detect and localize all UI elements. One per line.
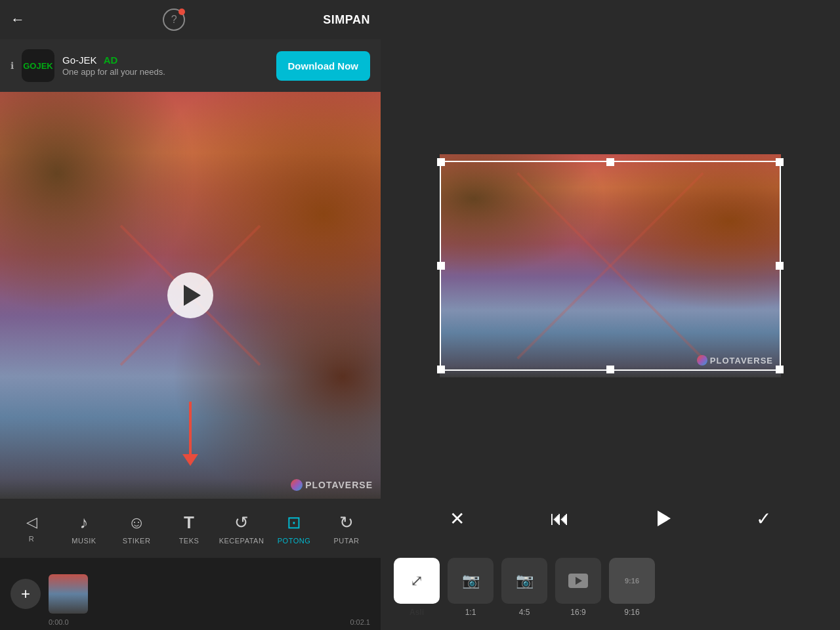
ad-subtitle: One app for all your needs. (62, 67, 268, 77)
speed-icon: ↺ (234, 513, 249, 533)
crop-image-container[interactable]: PLOTAVERSE (440, 154, 781, 377)
back-button[interactable]: ← (10, 11, 25, 28)
crop-icon: ⊡ (287, 513, 301, 533)
play-button[interactable] (167, 272, 213, 318)
tool-teks-label: TEKS (179, 537, 200, 545)
ad-title: Go-JEK AD (62, 54, 268, 66)
tool-r-label: R (29, 535, 34, 543)
toolbar: ◁ R ♪ MUSIK ☺ STIKER T TEKS ↺ KECEPATAN … (0, 499, 381, 558)
header-center: ? (163, 9, 185, 31)
crop-plota-icon (697, 355, 707, 366)
crop-plotaverse-watermark: PLOTAVERSE (697, 355, 773, 366)
tool-musik-label: MUSIK (72, 537, 96, 545)
aspect-asli-box: ⤢ (394, 558, 440, 604)
timeline: + 0:00.0 0:02.1 (0, 558, 381, 630)
aspect-4-5-box: 📷 (501, 558, 547, 604)
close-icon: ✕ (450, 508, 465, 530)
timeline-clip[interactable] (49, 574, 88, 614)
aspect-4-5-label: 4:5 (519, 608, 530, 617)
download-button[interactable]: Download Now (276, 51, 371, 81)
timeline-track[interactable]: 0:00.0 0:02.1 (49, 571, 370, 617)
ad-info-icon[interactable]: ℹ (10, 60, 14, 71)
tool-potong-label: POTONG (278, 537, 310, 545)
aspect-9-16-box: 9:16 (609, 558, 655, 604)
plota-logo-icon (291, 479, 303, 491)
tool-putar[interactable]: ↻ PUTAR (320, 513, 373, 545)
add-icon: + (21, 585, 30, 603)
rotate-icon: ↻ (339, 513, 354, 533)
tool-stiker[interactable]: ☺ STIKER (110, 513, 163, 545)
aspect-16-9-box (555, 558, 601, 604)
left-panel: ← ? SIMPAN ℹ GOJEK Go-JEK AD One app for… (0, 0, 381, 630)
add-clip-button[interactable]: + (10, 579, 41, 609)
app-header: ← ? SIMPAN (0, 0, 381, 39)
ad-label: AD (104, 54, 118, 66)
notification-dot (178, 9, 185, 15)
aspect-9-16-label: 9:16 (624, 608, 639, 617)
skip-back-button[interactable]: ⏮ (550, 507, 570, 530)
timestamp-end: 0:02.1 (350, 618, 370, 626)
right-panel: PLOTAVERSE ✕ ⏮ (381, 0, 840, 630)
video-player[interactable]: PLOTAVERSE (0, 92, 381, 499)
instagram-icon-2: 📷 (516, 572, 534, 589)
aspect-16-9[interactable]: 16:9 (555, 558, 601, 617)
tool-r-icon: ◁ (26, 514, 37, 531)
help-button[interactable]: ? (163, 9, 185, 31)
help-icon: ? (171, 14, 177, 26)
ad-logo: GOJEK (22, 49, 54, 82)
close-crop-button[interactable]: ✕ (450, 508, 465, 530)
red-arrow-line (189, 402, 192, 454)
aspect-16-9-label: 16:9 (570, 608, 585, 617)
aspect-asli-label: Asli (410, 608, 424, 617)
red-arrow-head (182, 454, 198, 466)
aspect-asli[interactable]: ⤢ Asli (394, 558, 440, 617)
play-icon-ctrl (658, 511, 671, 526)
play-icon (184, 285, 201, 306)
aspect-1-1[interactable]: 📷 1:1 (448, 558, 494, 617)
confirm-button[interactable]: ✓ (756, 508, 771, 530)
aspect-ratio-selector: ⤢ Asli 📷 1:1 📷 4:5 16:9 (381, 545, 840, 630)
plotaverse-watermark: PLOTAVERSE (291, 479, 373, 491)
aspect-1-1-label: 1:1 (465, 608, 476, 617)
music-icon: ♪ (80, 513, 89, 533)
nine-sixteen-icon: 9:16 (625, 577, 639, 585)
youtube-play-icon (576, 577, 582, 585)
ad-banner: ℹ GOJEK Go-JEK AD One app for all your n… (0, 39, 381, 92)
tool-potong[interactable]: ⊡ POTONG (268, 513, 320, 545)
crop-image: PLOTAVERSE (440, 154, 781, 377)
right-header (381, 0, 840, 39)
skip-back-icon: ⏮ (550, 507, 570, 530)
back-icon: ← (10, 11, 25, 28)
aspect-1-1-box: 📷 (448, 558, 494, 604)
tool-putar-label: PUTAR (334, 537, 360, 545)
stiker-icon: ☺ (128, 513, 146, 533)
tool-musik[interactable]: ♪ MUSIK (58, 513, 110, 545)
ad-text: Go-JEK AD One app for all your needs. (62, 54, 268, 77)
playback-controls: ✕ ⏮ ✓ (381, 492, 840, 545)
text-icon: T (184, 513, 194, 533)
tool-r[interactable]: ◁ R (5, 514, 58, 543)
save-button[interactable]: SIMPAN (323, 13, 370, 27)
aspect-9-16[interactable]: 9:16 9:16 (609, 558, 655, 617)
aspect-4-5[interactable]: 📷 4:5 (501, 558, 547, 617)
tool-stiker-label: STIKER (123, 537, 151, 545)
tool-kecepatan-label: KECEPATAN (219, 537, 264, 545)
crop-preview-area[interactable]: PLOTAVERSE (381, 39, 840, 492)
red-arrow-indicator (182, 402, 198, 466)
instagram-icon-1: 📷 (462, 572, 480, 589)
play-button-ctrl[interactable] (655, 511, 671, 526)
tool-kecepatan[interactable]: ↺ KECEPATAN (215, 513, 268, 545)
timestamp-start: 0:00.0 (49, 618, 69, 626)
youtube-icon (568, 574, 588, 588)
tool-teks[interactable]: T TEKS (163, 513, 215, 545)
crop-watermark-x (440, 154, 781, 377)
check-icon: ✓ (756, 508, 771, 530)
